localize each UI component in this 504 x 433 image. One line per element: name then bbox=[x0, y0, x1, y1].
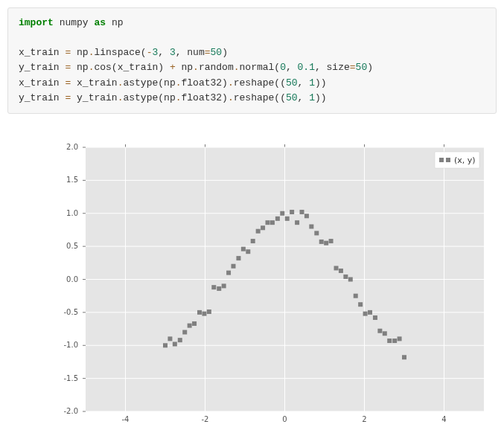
kw-import: import bbox=[19, 17, 54, 28]
svg-rect-62 bbox=[256, 229, 261, 234]
svg-rect-73 bbox=[309, 224, 313, 228]
svg-text:2: 2 bbox=[362, 415, 366, 423]
svg-rect-79 bbox=[339, 269, 343, 273]
svg-rect-81 bbox=[348, 277, 353, 281]
svg-rect-51 bbox=[202, 311, 206, 315]
svg-rect-76 bbox=[324, 241, 328, 246]
svg-rect-63 bbox=[261, 225, 265, 230]
svg-rect-49 bbox=[192, 321, 197, 326]
svg-rect-87 bbox=[377, 329, 382, 333]
svg-rect-82 bbox=[354, 294, 358, 298]
svg-text:1.0: 1.0 bbox=[66, 209, 78, 217]
svg-rect-91 bbox=[398, 336, 402, 341]
svg-rect-72 bbox=[304, 214, 309, 218]
svg-rect-45 bbox=[173, 341, 177, 346]
svg-text:-2.0: -2.0 bbox=[63, 407, 78, 415]
svg-rect-58 bbox=[236, 256, 240, 260]
svg-rect-85 bbox=[368, 310, 372, 315]
svg-rect-57 bbox=[231, 264, 235, 269]
svg-rect-59 bbox=[241, 247, 246, 251]
svg-rect-43 bbox=[163, 343, 168, 347]
svg-text:-1.0: -1.0 bbox=[63, 341, 78, 349]
svg-text:4: 4 bbox=[441, 415, 446, 423]
svg-text:2.0: 2.0 bbox=[66, 143, 78, 151]
svg-rect-52 bbox=[207, 309, 211, 314]
svg-rect-74 bbox=[314, 231, 319, 235]
svg-rect-44 bbox=[168, 336, 172, 341]
svg-rect-60 bbox=[246, 249, 250, 254]
svg-rect-50 bbox=[197, 310, 202, 315]
kw-as: as bbox=[94, 17, 106, 28]
svg-text:1.5: 1.5 bbox=[66, 176, 78, 184]
svg-rect-61 bbox=[251, 239, 255, 243]
svg-rect-64 bbox=[265, 220, 269, 225]
svg-rect-89 bbox=[387, 339, 392, 343]
svg-rect-78 bbox=[334, 266, 339, 270]
svg-rect-53 bbox=[211, 285, 216, 289]
svg-rect-84 bbox=[363, 311, 368, 315]
svg-rect-88 bbox=[383, 331, 387, 336]
svg-rect-71 bbox=[300, 210, 304, 214]
svg-rect-77 bbox=[329, 239, 334, 243]
svg-text:0.5: 0.5 bbox=[66, 242, 78, 250]
svg-rect-67 bbox=[280, 211, 284, 216]
svg-rect-83 bbox=[358, 302, 363, 307]
svg-rect-92 bbox=[402, 355, 406, 359]
svg-rect-75 bbox=[319, 240, 324, 244]
svg-rect-47 bbox=[182, 330, 187, 334]
svg-rect-56 bbox=[226, 270, 231, 275]
svg-rect-69 bbox=[290, 210, 294, 214]
svg-text:-4: -4 bbox=[122, 415, 130, 423]
svg-rect-46 bbox=[178, 338, 182, 342]
svg-text:-1.5: -1.5 bbox=[63, 373, 78, 382]
svg-text:-0.5: -0.5 bbox=[63, 308, 78, 316]
svg-text:-2: -2 bbox=[202, 415, 209, 423]
svg-text:0: 0 bbox=[282, 415, 287, 423]
svg-text:0.0: 0.0 bbox=[66, 275, 78, 283]
svg-rect-66 bbox=[275, 216, 280, 221]
svg-rect-94 bbox=[439, 158, 444, 162]
scatter-chart: -4-2024-2.0-1.5-1.0-0.50.00.51.01.52.0(x… bbox=[7, 136, 497, 430]
code-block: import numpy as np x_train = np.linspace… bbox=[7, 7, 497, 114]
svg-rect-95 bbox=[446, 158, 450, 162]
svg-text:(x, y): (x, y) bbox=[454, 155, 476, 165]
svg-rect-65 bbox=[270, 220, 275, 225]
svg-rect-86 bbox=[373, 315, 377, 320]
svg-rect-54 bbox=[217, 286, 221, 291]
svg-rect-48 bbox=[188, 323, 192, 327]
svg-rect-68 bbox=[285, 216, 290, 221]
svg-rect-80 bbox=[343, 275, 348, 279]
svg-rect-55 bbox=[222, 283, 226, 288]
svg-rect-70 bbox=[295, 220, 299, 225]
svg-rect-90 bbox=[392, 339, 397, 343]
